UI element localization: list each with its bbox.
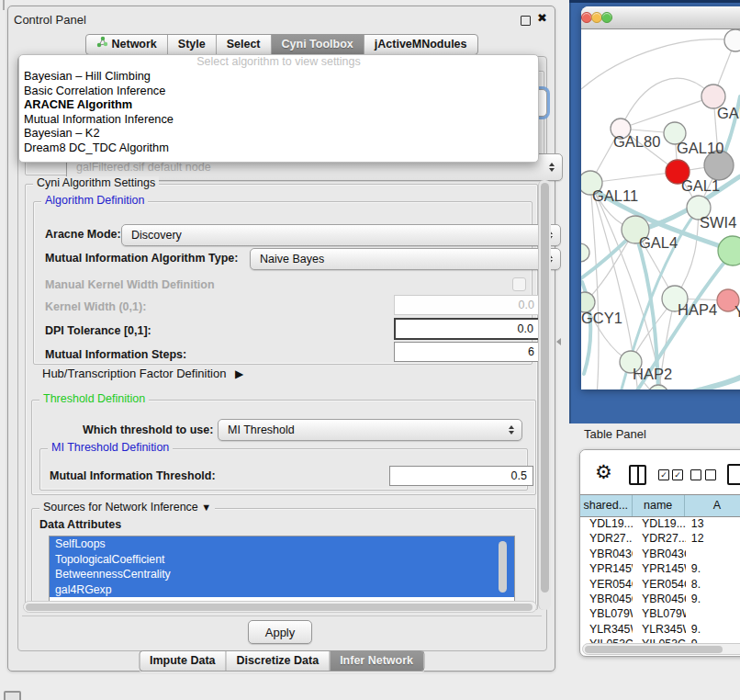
table-row[interactable]: YDL19...YDL19...13: [580, 516, 740, 531]
table-horizontal-scrollbar[interactable]: [582, 643, 740, 655]
table-row[interactable]: YPR145WYPR145W9.: [580, 561, 740, 576]
network-node[interactable]: [718, 236, 740, 265]
algorithm-option[interactable]: ARACNE Algorithm: [19, 97, 538, 112]
table-cell: 9.: [686, 622, 740, 637]
table-toolbar: ⚙ ✓ ✓: [580, 450, 740, 494]
network-edge-highlighted[interactable]: [680, 378, 740, 390]
data-attributes-label: Data Attributes: [39, 518, 121, 531]
screen: { "colors": { "selection": "#3875d7", "f…: [0, 0, 740, 700]
data-attributes-list[interactable]: SelfLoopsTopologicalCoefficientBetweenne…: [49, 536, 515, 602]
table-cell: YBR043C: [580, 547, 633, 561]
deselect-all-checkbox-icon[interactable]: [690, 469, 701, 480]
network-node[interactable]: [648, 385, 668, 390]
network-window-titlebar[interactable]: [581, 6, 740, 29]
network-edge[interactable]: [621, 96, 713, 129]
mi-threshold-group: MI Threshold Definition Mutual Informati…: [39, 448, 528, 491]
table-row[interactable]: YBL079WYBL079W: [580, 606, 740, 621]
algorithm-option[interactable]: Dream8 DC_TDC Algorithm: [19, 141, 538, 155]
tab-label: Select: [227, 35, 261, 54]
algorithm-option[interactable]: Basic Correlation Inference: [19, 84, 538, 98]
network-edge[interactable]: [621, 78, 713, 129]
gear-icon[interactable]: ⚙: [595, 463, 612, 481]
kernel-width-field[interactable]: 0.0: [394, 295, 541, 315]
tab-label: jActiveMNodules: [375, 35, 467, 54]
aracne-mode-value: Discovery: [131, 229, 182, 242]
table-row[interactable]: YER054CYER054C8.: [580, 577, 740, 592]
table-cell: YBR045C: [633, 592, 686, 606]
table-row[interactable]: YDR27...YDR27...12: [580, 531, 740, 546]
algorithm-option[interactable]: Mutual Information Inference: [19, 112, 538, 127]
settings-vscroll-thumb[interactable]: [541, 183, 549, 593]
table-row[interactable]: YBR043CYBR043C: [580, 547, 740, 561]
network-view-window: GALGAL80GAL10GAL1GAL11SWI4GAL4HAP4YGCY1H…: [581, 6, 740, 390]
which-threshold-combo[interactable]: MI Threshold: [218, 419, 522, 441]
tab-label: Style: [178, 35, 206, 54]
new-table-icon[interactable]: [727, 464, 740, 485]
settings-hscroll-thumb[interactable]: [26, 604, 533, 611]
network-edge[interactable]: [581, 40, 735, 89]
threshold-definition-title: Threshold Definition: [39, 392, 149, 405]
tab-infer-network[interactable]: Infer Network: [329, 651, 423, 671]
mi-threshold-field[interactable]: 0.5: [389, 466, 533, 486]
table-panel-title: Table Panel: [584, 427, 646, 441]
table-cell: YDL19...: [580, 516, 633, 531]
network-edge[interactable]: [590, 183, 599, 390]
manual-kernel-checkbox[interactable]: [512, 277, 526, 291]
column-header[interactable]: name: [633, 495, 685, 516]
network-node-label: HAP2: [633, 366, 672, 382]
collapse-down-arrow-icon[interactable]: ▼: [201, 502, 211, 513]
select-all-checkbox2-icon[interactable]: ✓: [672, 469, 683, 480]
network-edge[interactable]: [675, 208, 699, 299]
close-panel-icon[interactable]: ✖: [537, 11, 547, 25]
column-header[interactable]: A: [685, 495, 740, 516]
network-node[interactable]: [581, 243, 589, 262]
hub-definition-toggle[interactable]: Hub/Transcription Factor Definition ▶: [42, 367, 243, 380]
settings-vertical-scrollbar[interactable]: [538, 180, 551, 610]
network-canvas[interactable]: GALGAL80GAL10GAL1GAL11SWI4GAL4HAP4YGCY1H…: [581, 29, 740, 390]
tab-network[interactable]: Network: [85, 35, 166, 54]
mi-steps-field[interactable]: 6: [394, 342, 541, 362]
network-edge[interactable]: [590, 172, 678, 183]
table-cell: 12: [686, 531, 740, 546]
algorithm-option[interactable]: Bayesian – Hill Climbing: [19, 69, 538, 84]
table-row[interactable]: YBR045CYBR045C9.: [580, 592, 740, 606]
column-layout-icon[interactable]: [629, 465, 646, 485]
apply-button[interactable]: Apply: [248, 620, 312, 644]
dpi-tolerance-field[interactable]: 0.0: [394, 318, 541, 340]
panel-splitter-handle[interactable]: [556, 338, 561, 345]
column-header[interactable]: shared...: [580, 495, 633, 516]
zoom-window-icon[interactable]: [601, 12, 612, 23]
attribute-list-item[interactable]: SelfLoops: [50, 536, 514, 552]
float-panel-icon[interactable]: [521, 16, 531, 26]
network-node-label: SWI4: [700, 214, 736, 231]
tab-label: Network: [111, 35, 156, 54]
tab-jactivemnodules[interactable]: jActiveMNodules: [364, 35, 477, 54]
deselect-all-checkbox2-icon[interactable]: [705, 469, 716, 480]
mi-type-value: Naive Bayes: [260, 253, 324, 265]
tab-style[interactable]: Style: [167, 35, 216, 54]
mi-type-combo[interactable]: Naive Bayes: [250, 248, 561, 270]
table-row[interactable]: YLR345WYLR345W9.: [580, 622, 740, 637]
algorithm-option[interactable]: Bayesian – K2: [19, 126, 538, 141]
sources-title-text: Sources for Network Inference: [43, 501, 198, 514]
tab-label: Discretize Data: [237, 651, 320, 671]
settings-horizontal-scrollbar[interactable]: [23, 601, 537, 613]
dock-panel-icon[interactable]: [4, 691, 21, 700]
dropdown-options: Bayesian – Hill ClimbingBasic Correlatio…: [19, 69, 538, 155]
attribute-list-item[interactable]: TopologicalCoefficient: [50, 552, 514, 568]
attributes-list-scrollbar[interactable]: [498, 539, 508, 596]
aracne-mode-combo[interactable]: Discovery: [121, 224, 561, 246]
attribute-list-item[interactable]: BetweennessCentrality: [50, 567, 514, 582]
attribute-list-item[interactable]: gal4RGexp: [50, 582, 514, 598]
table-hscroll-thumb[interactable]: [585, 646, 723, 653]
table-cell: YBR043C: [633, 547, 686, 561]
network-node[interactable]: [724, 29, 740, 51]
tab-discretize-data[interactable]: Discretize Data: [226, 651, 330, 671]
tab-select[interactable]: Select: [216, 35, 271, 54]
table-cell: YPR145W: [633, 561, 686, 576]
select-all-checkbox-icon[interactable]: ✓: [658, 469, 669, 480]
tab-impute-data[interactable]: Impute Data: [140, 651, 226, 671]
network-node-label: GAL10: [677, 140, 723, 156]
tab-cyni-toolbox[interactable]: Cyni Toolbox: [271, 35, 364, 54]
table-row[interactable]: YIL053CYIL053C9.: [580, 637, 740, 643]
